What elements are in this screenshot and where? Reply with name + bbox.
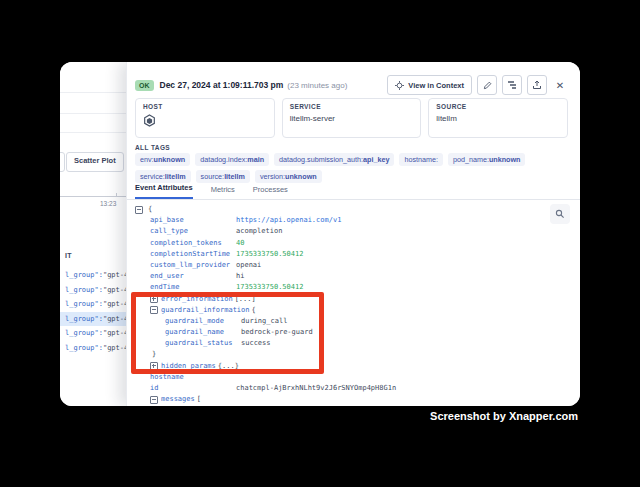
attribute-row[interactable]: messages[	[127, 394, 550, 405]
background-divider	[60, 113, 126, 114]
summary-card[interactable]: HOST	[135, 98, 275, 138]
edit-button[interactable]	[477, 75, 497, 95]
background-divider	[60, 92, 126, 93]
tab-event-attributes[interactable]: Event Attributes	[135, 183, 193, 199]
close-icon[interactable]: ✕	[552, 77, 568, 93]
background-page: Scatter Plot 13:23 IT l_group":"gpt-4o l…	[60, 62, 126, 406]
status-badge: OK	[135, 80, 154, 91]
collapse-icon[interactable]	[135, 206, 143, 214]
log-list-item[interactable]: l_group":"gpt-4o	[60, 283, 126, 298]
event-time-ago: (23 minutes ago)	[287, 81, 347, 90]
background-divider	[60, 132, 126, 133]
pencil-icon	[483, 81, 492, 90]
view-in-context-button[interactable]: View in Context	[387, 75, 472, 95]
axis-tick-mark	[116, 193, 117, 196]
header-actions: View in Context	[387, 75, 568, 95]
summary-card-label: SOURCE	[436, 103, 560, 110]
summary-card-value: litellm-server	[290, 114, 414, 123]
search-icon	[555, 209, 565, 219]
panel-header: OK Dec 27, 2024 at 1:09:11.703 pm (23 mi…	[135, 75, 568, 95]
log-list-item[interactable]: l_group":"gpt-4o	[60, 297, 126, 312]
log-list-item[interactable]: l_group":"gpt-4o	[60, 268, 126, 283]
annotation-highlight-box	[131, 292, 324, 374]
tag-pill[interactable]: hostname:	[399, 153, 443, 166]
scatter-plot-button[interactable]: Scatter Plot	[66, 152, 124, 172]
attribute-row[interactable]: idchatcmpl-AjBrxhNLht9v2J6rSNYOmp4pH8G1n	[127, 383, 550, 394]
log-list-column-header: IT	[65, 252, 72, 259]
view-in-context-label: View in Context	[408, 81, 464, 90]
summary-card-value: litellm	[436, 114, 560, 123]
axis-tick-label: 13:23	[100, 200, 116, 207]
attribute-row[interactable]: api_basehttps://api.openai.com/v1	[127, 215, 550, 226]
attribute-row[interactable]: {	[127, 204, 550, 215]
scope-icon	[395, 81, 404, 90]
tag-pill[interactable]: datadog.submission_auth:api_key	[274, 153, 394, 166]
attribute-row[interactable]: end_userhi	[127, 271, 550, 282]
attribute-row[interactable]: call_typeacompletion	[127, 226, 550, 237]
export-button[interactable]	[527, 75, 547, 95]
summary-card-value	[143, 114, 267, 128]
screenshot-stage: Scatter Plot 13:23 IT l_group":"gpt-4o l…	[0, 0, 640, 487]
summary-card[interactable]: SERVICE litellm-server	[282, 98, 422, 138]
tag-pill[interactable]: pod_name:unknown	[448, 153, 526, 166]
event-timestamp: Dec 27, 2024 at 1:09:11.703 pm	[160, 80, 284, 90]
log-list-item[interactable]: l_group":"gpt-4o	[60, 312, 126, 327]
summary-card[interactable]: SOURCE litellm	[428, 98, 568, 138]
collapse-icon[interactable]	[150, 396, 158, 404]
log-list-item[interactable]: l_group":"gpt-4o	[60, 326, 126, 341]
waterfall-bars-icon	[507, 80, 517, 90]
chart-x-axis	[60, 196, 126, 197]
summary-card-label: SERVICE	[290, 103, 414, 110]
search-attributes-button[interactable]	[550, 204, 570, 224]
summary-cards: HOST SERVICE litellm-server SOURCE litel…	[135, 98, 568, 138]
attribute-row[interactable]: custom_llm_provideropenai	[127, 260, 550, 271]
tab-processes[interactable]: Processes	[253, 185, 288, 199]
summary-card-label: HOST	[143, 103, 267, 110]
attribute-row[interactable]: completion_tokens40	[127, 238, 550, 249]
truncated-button[interactable]	[60, 152, 65, 172]
attribute-row[interactable]: completionStartTime1735333750.50412	[127, 249, 550, 260]
related-traces-button[interactable]	[502, 75, 522, 95]
tag-list: env:unknowndatadog.index:maindatadog.sub…	[135, 153, 568, 183]
tab-metrics[interactable]: Metrics	[211, 185, 235, 199]
app-window: Scatter Plot 13:23 IT l_group":"gpt-4o l…	[60, 62, 580, 406]
log-list: l_group":"gpt-4o l_group":"gpt-4o l_grou…	[60, 268, 126, 356]
tag-pill[interactable]: datadog.index:main	[195, 153, 269, 166]
export-icon	[532, 80, 542, 90]
tag-pill[interactable]: env:unknown	[135, 153, 190, 166]
host-hexagon-icon	[143, 114, 156, 128]
watermark-text: Screenshot by Xnapper.com	[430, 410, 578, 422]
panel-tabs: Event AttributesMetricsProcesses	[127, 181, 580, 200]
log-list-item[interactable]: l_group":"gpt-4o	[60, 341, 126, 356]
all-tags-label: ALL TAGS	[135, 144, 170, 151]
